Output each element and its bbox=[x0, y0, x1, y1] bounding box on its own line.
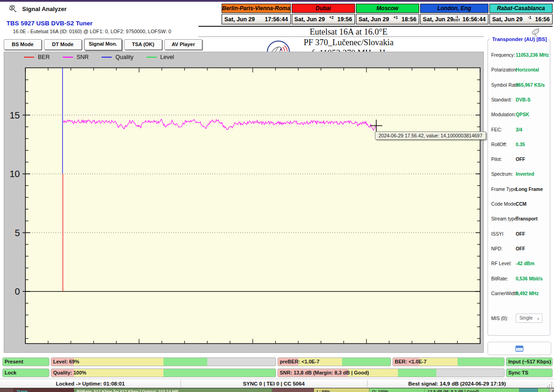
bar-segment-green bbox=[458, 358, 504, 366]
chevron-down-icon: ∨ bbox=[536, 315, 540, 323]
statusbar-best-signal: Best signal: 14,9 dB (2024-06-29 17:19) bbox=[367, 379, 547, 388]
tuner-config: 16.0E - Eutelsat 16A (ID: 0160) @ LOF1: … bbox=[13, 29, 171, 34]
statusbar-sync: SYNC 0 | TEI 0 | CC 5064 bbox=[181, 379, 367, 388]
transponder-value-npd: OFF bbox=[516, 246, 525, 251]
transponder-value-fec: 3/4 bbox=[516, 127, 522, 132]
bar-label: Input (~517 Kbps) bbox=[508, 358, 551, 366]
clock-time-cell: Sat, Jun 2917:56:44 bbox=[222, 14, 291, 24]
status-bar-preber-1-0e-7: preBER: <1.0E-7 bbox=[277, 357, 391, 366]
strip-segment bbox=[519, 388, 538, 392]
y-tick-label-10: 10 bbox=[10, 169, 20, 179]
mis-selected-value: Single bbox=[519, 315, 533, 321]
transponder-label-issyi: ISSYI bbox=[491, 232, 503, 237]
y-tick-label-0: 0 bbox=[15, 286, 20, 297]
clock-city-label: Rabat-Casablanca bbox=[489, 4, 553, 13]
strip-segment bbox=[538, 388, 549, 392]
transponder-label-standard: Standard: bbox=[491, 97, 512, 102]
background-window-strip: TransBitRate: 517 Kbps for 517 Kbps | Ou… bbox=[0, 388, 554, 392]
clock-time-cell: Sat, Jun 29-1DST16:56:44 bbox=[420, 14, 488, 24]
clock-date: Sat, Jun 29 bbox=[359, 16, 389, 23]
list-button[interactable] bbox=[488, 342, 551, 355]
strip-segment bbox=[272, 388, 314, 392]
status-bar-snr-13-8-db-margin-8-3-db-good: SNR: 13,8 dB (Margin: 8,3 dB | Good) bbox=[277, 368, 505, 377]
clock-zone-berlin-paris-vienna-roma: Berlin-Paris-Vienna-RomaSat, Jun 2917:56… bbox=[222, 4, 291, 24]
strip-segment: BitRate: 517 Kbps for 517 Kbps | Output:… bbox=[74, 388, 272, 392]
clock-time-cell: Sat, Jun 29+118:56 bbox=[356, 14, 419, 24]
clock-utc-offset: +2 bbox=[329, 15, 334, 20]
list-icon bbox=[515, 345, 524, 352]
status-bar-level-69: Level: 69% bbox=[51, 357, 276, 366]
bar-segment-gray bbox=[436, 369, 504, 377]
bar-label: Lock bbox=[5, 369, 17, 377]
transponder-value-modulation: QPSK bbox=[516, 112, 529, 117]
transponder-value-frame-type: Long Frame bbox=[516, 187, 543, 192]
bar-label: preBER: <1.0E-7 bbox=[280, 358, 319, 366]
chart-tooltip: 2024-06-29 17.56.42, value: 14,100000381… bbox=[375, 131, 486, 140]
transponder-label-spectrum: Spectrum: bbox=[491, 172, 513, 177]
clock-city-label: Dubai bbox=[292, 4, 355, 13]
bar-segment-green bbox=[163, 369, 276, 377]
statusbar-uptime: Locked -> Uptime: 01:08:01 bbox=[0, 379, 181, 388]
mode-tabs: BS ModeDT ModeSignal Mon.TSA (OK)AV Play… bbox=[4, 39, 202, 50]
clock-utc-offset: +1 bbox=[393, 15, 398, 20]
strip-segment: Q: 100% bbox=[369, 388, 425, 392]
clock-time-value: 19:56 bbox=[337, 16, 352, 23]
strip-segment: L: 69% bbox=[314, 388, 369, 392]
bar-label: Sync TS bbox=[508, 369, 528, 377]
transponder-value-carrierwidth: 0,492 MHz bbox=[516, 291, 539, 296]
strip-segment: Trans bbox=[14, 388, 74, 392]
clock-zone-moscow: MoscowSat, Jun 29+118:56 bbox=[356, 4, 419, 24]
transponder-label-stream-type: Stream type: bbox=[491, 216, 518, 221]
mis-label: MIS (0): bbox=[491, 316, 508, 321]
transponder-value-spectrum: Inverted bbox=[516, 172, 534, 177]
bar-label: BER: <1.0E-7 bbox=[395, 358, 427, 366]
bar-label: Present bbox=[5, 358, 23, 366]
tab-av-player[interactable]: AV Player bbox=[164, 39, 202, 50]
clock-zone-rabat-casablanca: Rabat-CasablancaSat, Jun 29-116:56 bbox=[489, 4, 553, 24]
clock-city-label: Moscow bbox=[356, 4, 419, 13]
transponder-label-modulation: Modulation: bbox=[491, 112, 516, 117]
tab-dt-mode[interactable]: DT Mode bbox=[44, 39, 82, 50]
clock-city-label: Berlin-Paris-Vienna-Roma bbox=[222, 4, 291, 13]
clock-time-value: 18:56 bbox=[402, 16, 416, 23]
clock-dst-offset: -1DST bbox=[453, 16, 460, 22]
transponder-label-npd: NPD: bbox=[491, 246, 503, 251]
world-clocks: Berlin-Paris-Vienna-RomaSat, Jun 2917:56… bbox=[222, 4, 553, 24]
transponder-value-pilot: OFF bbox=[516, 157, 525, 162]
strip-segment: Control bbox=[549, 388, 554, 392]
bar-label: Quality: 100% bbox=[53, 369, 86, 377]
transponder-value-polarization: Horizontal bbox=[516, 67, 539, 72]
resize-grip[interactable] bbox=[547, 382, 553, 387]
bar-segment-green bbox=[398, 369, 436, 377]
transponder-label-code-mode: Code Mode: bbox=[491, 202, 517, 207]
mis-dropdown[interactable]: Single ∨ bbox=[516, 314, 542, 323]
clock-date: Sat, Jun 29 bbox=[295, 16, 325, 23]
statusbar: Locked -> Uptime: 01:08:01 SYNC 0 | TEI … bbox=[0, 379, 554, 388]
transponder-value-stream-type: Transport bbox=[516, 216, 538, 221]
clock-time-cell: Sat, Jun 29+219:56 bbox=[292, 14, 355, 24]
transponder-label-frequency: Frequency: bbox=[491, 53, 515, 58]
transponder-label-polarization: Polarization: bbox=[491, 67, 518, 72]
bar-label: Level: 69% bbox=[53, 358, 79, 366]
transponder-value-standard: DVB-S bbox=[516, 97, 530, 102]
bar-segment-gray bbox=[207, 358, 276, 366]
transponder-label-rolloff: RollOff: bbox=[491, 142, 507, 147]
transponder-label-fec: FEC: bbox=[491, 127, 502, 132]
tab-bs-mode[interactable]: BS Mode bbox=[4, 39, 42, 50]
status-bar-lock: Lock bbox=[2, 368, 49, 377]
strip-segment bbox=[0, 388, 14, 392]
clock-time-value: 17:56:44 bbox=[265, 16, 288, 23]
strip-segment: 13,8 dB (M: 8,3 dB | Good) bbox=[425, 388, 519, 392]
clock-time-cell: Sat, Jun 29-116:56 bbox=[489, 14, 553, 24]
window-title: Signal Analyzer bbox=[22, 6, 66, 12]
signal-chart[interactable]: 051015 bbox=[4, 52, 484, 353]
bar-segment-green bbox=[342, 358, 391, 366]
transponder-label-rf-level: RF Level: bbox=[491, 261, 512, 266]
tab-tsa-ok[interactable]: TSA (OK) bbox=[124, 39, 162, 50]
status-bar-quality-100: Quality: 100% bbox=[51, 368, 276, 377]
satellite-dish-small-icon bbox=[530, 28, 542, 37]
clock-zone-london-eng: London, EngSat, Jun 29-1DST16:56:44 bbox=[420, 4, 488, 24]
status-bar-present: Present bbox=[2, 357, 49, 366]
y-tick-label-5: 5 bbox=[15, 228, 20, 238]
tab-signal-mon[interactable]: Signal Mon. bbox=[84, 39, 122, 50]
